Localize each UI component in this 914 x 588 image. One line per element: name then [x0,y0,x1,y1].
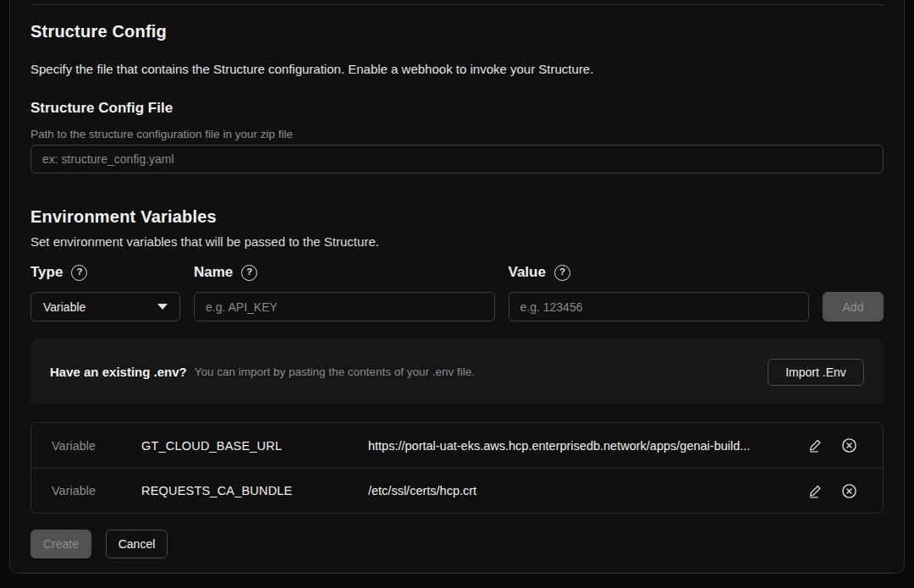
type-select-value: Variable [43,300,85,314]
name-input[interactable] [194,292,495,321]
value-input[interactable] [509,292,810,321]
env-field-labels-row: Type ? Name ? Value ? [30,264,884,281]
import-env-banner: Have an existing .env? You can import by… [30,338,884,405]
name-label-cell: Name ? [194,264,495,281]
env-vars-title: Environment Variables [30,205,884,228]
page-title: Structure Config [30,19,884,43]
config-file-label: Structure Config File [30,98,884,118]
top-divider [30,4,884,5]
table-row: Variable REQUESTS_CA_BUNDLE /etc/ssl/cer… [31,468,883,513]
page: Structure Config Specify the file that c… [0,0,914,588]
footer-actions: Create Cancel [30,530,884,558]
type-label: Type [30,264,63,281]
env-vars-table: Variable GT_CLOUD_BASE_URL https://porta… [30,422,884,514]
pencil-icon [808,438,823,453]
import-env-button[interactable]: Import .Env [768,359,864,386]
name-help-icon[interactable]: ? [241,265,257,281]
create-button[interactable]: Create [30,530,91,558]
config-file-input[interactable] [30,145,884,173]
config-file-hint: Path to the structure configuration file… [30,127,884,142]
pencil-icon [808,484,823,498]
type-select[interactable]: Variable [30,292,180,321]
row-value: https://portal-uat-eks.aws.hcp.enterpris… [368,439,798,453]
value-label: Value [509,264,546,281]
edit-row-button[interactable] [798,474,832,508]
edit-row-button[interactable] [798,429,832,463]
row-type: Variable [52,484,141,497]
remove-row-button[interactable] [832,474,866,508]
value-label-cell: Value ? [509,264,810,281]
structure-config-panel: Structure Config Specify the file that c… [9,0,905,574]
cancel-button[interactable]: Cancel [106,530,168,558]
x-circle-icon [841,437,857,453]
x-circle-icon [841,483,857,499]
import-banner-title: Have an existing .env? [50,365,187,379]
table-row: Variable GT_CLOUD_BASE_URL https://porta… [31,423,883,468]
env-controls-row: Variable Add [30,292,884,321]
value-help-icon[interactable]: ? [554,265,570,281]
type-label-cell: Type ? [30,264,180,281]
row-value: /etc/ssl/certs/hcp.crt [368,484,798,497]
env-vars-description: Set environment variables that will be p… [30,233,884,250]
row-type: Variable [52,439,141,453]
add-button[interactable]: Add [823,292,884,321]
type-help-icon[interactable]: ? [71,265,87,281]
row-name: REQUESTS_CA_BUNDLE [141,484,368,497]
name-label: Name [194,264,233,281]
row-name: GT_CLOUD_BASE_URL [141,439,368,453]
chevron-down-icon [157,304,168,310]
import-banner-description: You can import by pasting the contents o… [195,365,475,378]
page-description: Specify the file that contains the Struc… [30,60,884,78]
remove-row-button[interactable] [832,429,866,463]
